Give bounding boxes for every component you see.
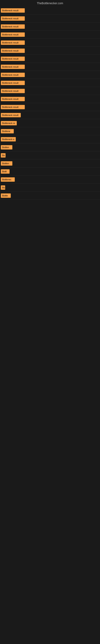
bottleneck-item[interactable]: Bottlenec	[1, 177, 15, 182]
bottleneck-row: Bottleneck result	[0, 39, 100, 47]
bottleneck-result-label[interactable]: Bottlene	[1, 129, 14, 134]
bottleneck-row: Bottleneck result	[0, 71, 100, 79]
bottleneck-row: Bottleneck result	[0, 30, 100, 39]
bottleneck-result-label[interactable]: Bottl	[1, 169, 10, 174]
bottleneck-row: Bottlenec	[0, 176, 100, 184]
bottleneck-result-label[interactable]: Bottleneck result	[1, 16, 25, 21]
bottleneck-item[interactable]: Bottle	[1, 194, 11, 198]
bottleneck-result-label[interactable]: Bo	[1, 153, 6, 158]
bottleneck-result-label[interactable]: Bottleneck result	[1, 56, 25, 61]
site-title: TheBottlenecker.com	[37, 2, 63, 5]
bottleneck-item[interactable]: Bottleneck e	[1, 137, 16, 142]
bottleneck-item[interactable]: Bottleneck result	[1, 89, 25, 93]
bottleneck-row: Bottlene	[0, 127, 100, 135]
bottleneck-item[interactable]: Bottleneck result	[1, 56, 25, 61]
bottleneck-result-label[interactable]: Bottlenec	[1, 177, 15, 182]
bottleneck-result-label[interactable]: Bottleneck result	[1, 81, 25, 85]
bottleneck-result-label[interactable]: Bottlen	[1, 145, 12, 150]
bottleneck-result-label[interactable]: Bo	[1, 185, 5, 190]
bottleneck-item[interactable]: Bottlene	[1, 129, 14, 134]
bottleneck-item[interactable]: Bo	[1, 185, 5, 190]
bottleneck-row: Bottleneck result	[0, 103, 100, 111]
site-title-bar: TheBottlenecker.com	[0, 0, 100, 6]
bottleneck-item[interactable]: Bottleneck result	[1, 105, 25, 109]
bottleneck-item[interactable]: Bottleneck re	[1, 121, 17, 126]
bottleneck-row: Bottleneck e	[0, 135, 100, 143]
bottleneck-item[interactable]: Bottleneck result	[1, 81, 25, 85]
bottleneck-item[interactable]: Bo	[1, 153, 6, 158]
bottleneck-result-label[interactable]: Bottleneck result	[1, 89, 25, 93]
bottleneck-row: Bottleneck result	[0, 22, 100, 30]
bottleneck-item[interactable]: Bottleneck result	[1, 40, 25, 45]
bottleneck-item[interactable]: Bottlen	[1, 145, 12, 150]
bottleneck-result-label[interactable]: Bottleneck result	[1, 40, 25, 45]
bottleneck-row: Bottlen	[0, 143, 100, 151]
bottleneck-row: Bottleneck result	[0, 47, 100, 55]
bottleneck-result-label[interactable]: Bottleneck result	[1, 48, 25, 53]
bottleneck-item[interactable]: Bottleneck result	[1, 113, 21, 117]
bottleneck-result-label[interactable]: Bottleneck result	[1, 8, 25, 13]
bottleneck-result-label[interactable]: Bottleneck result	[1, 64, 25, 69]
bottleneck-row: Bottlen	[0, 160, 100, 168]
bottleneck-row: Bo	[0, 184, 100, 192]
bottleneck-row: Bottleneck result	[0, 95, 100, 103]
bottleneck-row: Bottl	[0, 168, 100, 176]
bottleneck-item[interactable]: Bottleneck result	[1, 8, 25, 13]
bottleneck-result-label[interactable]: Bottleneck result	[1, 105, 25, 109]
bottleneck-item[interactable]: Bottleneck result	[1, 73, 25, 77]
bottleneck-item[interactable]: Bottleneck result	[1, 97, 25, 101]
bottleneck-row: Bottleneck result	[0, 87, 100, 95]
bottleneck-row: Bottleneck result	[0, 79, 100, 87]
bottleneck-row: Bo	[0, 151, 100, 160]
bottleneck-item[interactable]: Bottleneck result	[1, 32, 25, 37]
bottleneck-row: Bottleneck re	[0, 119, 100, 127]
bottleneck-result-label[interactable]: Bottleneck result	[1, 73, 25, 77]
bottleneck-item[interactable]: Bottleneck result	[1, 48, 25, 53]
bottleneck-item[interactable]: Bottleneck result	[1, 16, 25, 21]
bottleneck-result-label[interactable]: Bottlen	[1, 161, 12, 166]
bottleneck-result-label[interactable]: Bottleneck result	[1, 32, 25, 37]
bottleneck-result-label[interactable]: Bottleneck e	[1, 137, 16, 142]
bottleneck-result-label[interactable]: Bottleneck result	[1, 97, 25, 101]
bottleneck-result-label[interactable]: Bottleneck result	[1, 24, 25, 29]
bottleneck-result-label[interactable]: Bottle	[1, 194, 11, 198]
bottleneck-item[interactable]: Bottleneck result	[1, 64, 25, 69]
bottleneck-row: Bottleneck result	[0, 63, 100, 71]
bottleneck-item[interactable]: Bottleneck result	[1, 24, 25, 29]
bottleneck-row: Bottleneck result	[0, 55, 100, 63]
bottleneck-row: Bottleneck result	[0, 111, 100, 119]
bottleneck-row: Bottleneck result	[0, 6, 100, 14]
bottleneck-item[interactable]: Bottlen	[1, 161, 12, 166]
bottleneck-item[interactable]: Bottl	[1, 169, 10, 174]
bottleneck-row: Bottleneck result	[0, 14, 100, 22]
bottleneck-result-label[interactable]: Bottleneck re	[1, 121, 17, 126]
rows-container: Bottleneck resultBottleneck resultBottle…	[0, 6, 100, 200]
bottleneck-result-label[interactable]: Bottleneck result	[1, 113, 21, 117]
bottleneck-row: Bottle	[0, 192, 100, 200]
